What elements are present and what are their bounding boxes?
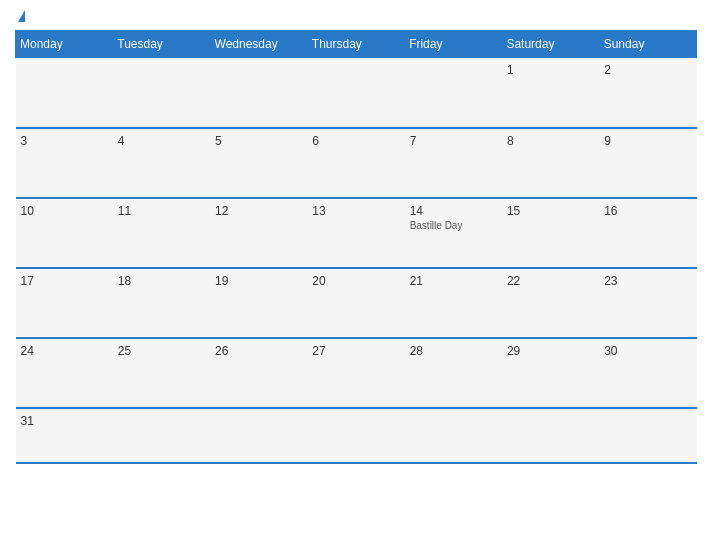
day-number: 6 [312,134,399,148]
calendar-day-cell [307,408,404,463]
calendar-day-cell: 10 [16,198,113,268]
calendar-day-cell: 31 [16,408,113,463]
day-number: 19 [215,274,302,288]
day-number: 20 [312,274,399,288]
day-number: 25 [118,344,205,358]
day-number: 3 [21,134,108,148]
day-number: 16 [604,204,691,218]
day-number: 11 [118,204,205,218]
day-number: 5 [215,134,302,148]
calendar-day-cell: 3 [16,128,113,198]
calendar-day-cell: 23 [599,268,696,338]
day-number: 17 [21,274,108,288]
calendar-week-row: 12 [16,58,697,128]
event-label: Bastille Day [410,220,497,231]
day-number: 26 [215,344,302,358]
day-number: 4 [118,134,205,148]
calendar-day-cell: 5 [210,128,307,198]
calendar-day-cell [599,408,696,463]
logo-triangle-icon [18,10,25,22]
day-number: 8 [507,134,594,148]
weekday-header-row: MondayTuesdayWednesdayThursdayFridaySatu… [16,31,697,58]
calendar-day-cell [405,58,502,128]
calendar-day-cell: 8 [502,128,599,198]
day-number: 29 [507,344,594,358]
calendar-week-row: 3456789 [16,128,697,198]
calendar-day-cell: 18 [113,268,210,338]
day-number: 12 [215,204,302,218]
calendar-day-cell [113,58,210,128]
day-number: 7 [410,134,497,148]
day-number: 13 [312,204,399,218]
calendar-day-cell: 15 [502,198,599,268]
calendar-day-cell: 1 [502,58,599,128]
calendar-week-row: 31 [16,408,697,463]
day-number: 28 [410,344,497,358]
calendar-day-cell: 11 [113,198,210,268]
calendar-day-cell: 20 [307,268,404,338]
calendar-day-cell [405,408,502,463]
day-number: 18 [118,274,205,288]
calendar-day-cell: 21 [405,268,502,338]
day-number: 21 [410,274,497,288]
calendar-day-cell [210,58,307,128]
calendar-week-row: 1011121314Bastille Day1516 [16,198,697,268]
day-number: 15 [507,204,594,218]
calendar-day-cell: 2 [599,58,696,128]
calendar-day-cell [16,58,113,128]
day-number: 22 [507,274,594,288]
logo [15,10,25,22]
calendar-container: MondayTuesdayWednesdayThursdayFridaySatu… [0,0,712,550]
calendar-day-cell: 28 [405,338,502,408]
day-number: 23 [604,274,691,288]
calendar-table: MondayTuesdayWednesdayThursdayFridaySatu… [15,30,697,464]
calendar-day-cell [502,408,599,463]
calendar-day-cell [113,408,210,463]
calendar-day-cell: 26 [210,338,307,408]
day-number: 31 [21,414,108,428]
calendar-day-cell: 4 [113,128,210,198]
calendar-day-cell: 16 [599,198,696,268]
weekday-header-thursday: Thursday [307,31,404,58]
calendar-day-cell: 25 [113,338,210,408]
calendar-day-cell: 17 [16,268,113,338]
weekday-header-friday: Friday [405,31,502,58]
day-number: 2 [604,63,691,77]
calendar-week-row: 24252627282930 [16,338,697,408]
calendar-day-cell: 9 [599,128,696,198]
calendar-day-cell: 14Bastille Day [405,198,502,268]
calendar-week-row: 17181920212223 [16,268,697,338]
calendar-day-cell: 6 [307,128,404,198]
day-number: 30 [604,344,691,358]
calendar-day-cell: 19 [210,268,307,338]
calendar-day-cell: 12 [210,198,307,268]
weekday-header-tuesday: Tuesday [113,31,210,58]
calendar-day-cell: 13 [307,198,404,268]
day-number: 27 [312,344,399,358]
calendar-day-cell: 30 [599,338,696,408]
calendar-header [15,10,697,22]
weekday-header-sunday: Sunday [599,31,696,58]
calendar-day-cell: 27 [307,338,404,408]
calendar-day-cell [210,408,307,463]
calendar-day-cell: 29 [502,338,599,408]
day-number: 10 [21,204,108,218]
calendar-day-cell: 7 [405,128,502,198]
day-number: 1 [507,63,594,77]
calendar-day-cell: 24 [16,338,113,408]
weekday-header-wednesday: Wednesday [210,31,307,58]
calendar-day-cell: 22 [502,268,599,338]
weekday-header-monday: Monday [16,31,113,58]
day-number: 14 [410,204,497,218]
calendar-day-cell [307,58,404,128]
weekday-header-saturday: Saturday [502,31,599,58]
day-number: 24 [21,344,108,358]
day-number: 9 [604,134,691,148]
